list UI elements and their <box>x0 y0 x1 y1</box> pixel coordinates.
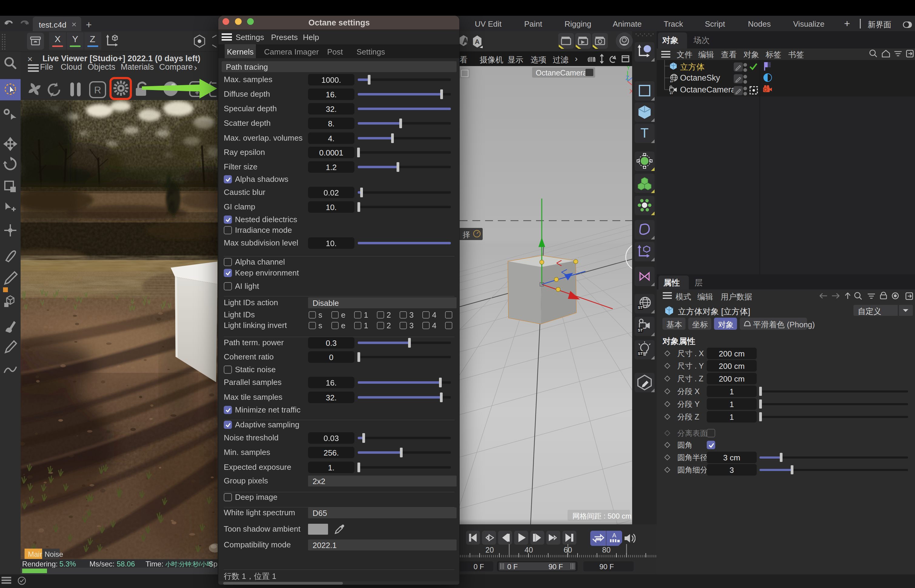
svg-text:ST: ST <box>670 80 674 83</box>
svg-text:Y: Y <box>626 66 630 71</box>
svg-text:A: A <box>612 532 616 539</box>
svg-text:A: A <box>475 38 480 45</box>
svg-text:ST: ST <box>638 305 643 310</box>
svg-text:X: X <box>629 88 632 95</box>
svg-text:ST: ST <box>638 351 643 356</box>
svg-text:T: T <box>641 126 649 141</box>
svg-text:ST: ST <box>638 328 643 333</box>
svg-text:ST: ST <box>670 92 673 95</box>
svg-text:R: R <box>94 84 101 95</box>
